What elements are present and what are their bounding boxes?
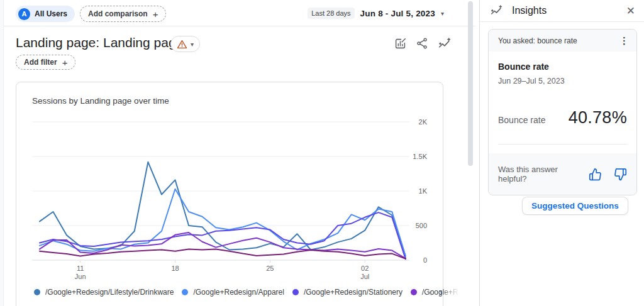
kebab-menu-icon[interactable]: ⋮ — [619, 36, 629, 45]
suggested-questions-button[interactable]: Suggested Questions — [522, 197, 628, 215]
nav-edge-strip — [0, 0, 4, 306]
thumbs-down-icon — [614, 168, 627, 181]
legend-label: /Google+Redesign/Lifestyle/Drinkware — [45, 288, 174, 297]
customize-report-button[interactable] — [392, 36, 408, 51]
legend-item[interactable]: /Google+Redesign/Stationery — [292, 288, 402, 297]
svg-text:02: 02 — [361, 265, 369, 272]
all-users-chip[interactable]: A All Users — [16, 6, 75, 22]
metric-value: 40.78% — [569, 108, 627, 128]
insight-card-header: You asked: bounce rate ⋮ — [489, 30, 636, 52]
legend-item[interactable]: /Google+Rede — [411, 288, 461, 297]
insights-panel-header: Insights ✕ — [480, 0, 644, 22]
svg-text:Jul: Jul — [360, 273, 369, 280]
legend-dot-icon — [182, 289, 188, 295]
thumbs-up-icon — [589, 168, 602, 181]
chart-line — [40, 162, 406, 258]
chart-line — [40, 189, 406, 256]
feedback-prompt: Was this answer helpful? — [498, 165, 589, 183]
svg-text:11: 11 — [77, 265, 84, 272]
all-users-label: All Users — [35, 9, 67, 18]
asked-question-label: You asked: bounce rate — [498, 36, 577, 45]
add-filter-button[interactable]: Add filter + — [16, 55, 75, 70]
legend-item[interactable]: /Google+Redesign/Apparel — [182, 288, 284, 297]
svg-text:2K: 2K — [419, 118, 428, 126]
legend-label: /Google+Rede — [422, 288, 461, 297]
answer-date-range: Jun 29–Jul 5, 2023 — [498, 77, 627, 85]
feedback-buttons — [589, 168, 627, 181]
svg-text:1K: 1K — [419, 187, 428, 195]
svg-text:18: 18 — [171, 265, 179, 272]
chart-legend: /Google+Redesign/Lifestyle/Drinkware/Goo… — [34, 286, 443, 298]
date-preset-badge: Last 28 days — [308, 8, 354, 19]
metric-row: Bounce rate 40.78% — [498, 108, 627, 128]
chart-line — [40, 232, 406, 258]
insight-card-footer: Was this answer helpful? — [489, 153, 636, 195]
report-toolbar — [392, 36, 452, 51]
svg-text:500: 500 — [416, 222, 427, 229]
svg-text:1.5K: 1.5K — [413, 153, 427, 160]
add-filter-label: Add filter — [24, 58, 57, 67]
insight-answer-card: You asked: bounce rate ⋮ Bounce rate Jun… — [488, 29, 637, 195]
chart-title: Sessions by Landing page over time — [32, 96, 169, 106]
date-range-selector[interactable]: Last 28 days Jun 8 - Jul 5, 2023 ▾ — [308, 0, 444, 26]
share-report-button[interactable] — [414, 36, 430, 51]
svg-text:25: 25 — [266, 265, 274, 272]
insight-card-body: Bounce rate Jun 29–Jul 5, 2023 Bounce ra… — [489, 52, 636, 145]
chevron-down-icon: ▾ — [191, 41, 194, 48]
legend-dot-icon — [411, 289, 417, 295]
divider — [498, 144, 627, 145]
legend-label: /Google+Redesign/Stationery — [304, 288, 402, 297]
thumbs-down-button[interactable] — [614, 168, 627, 181]
chevron-down-icon: ▾ — [441, 10, 444, 17]
report-top-bar: A All Users Add comparison + Last 28 day… — [4, 0, 475, 26]
insights-panel-button[interactable] — [436, 36, 452, 51]
insights-sparkline-icon — [438, 37, 451, 50]
legend-item[interactable]: /Google+Redesign/Lifestyle/Drinkware — [34, 288, 174, 297]
plus-icon: + — [62, 58, 68, 67]
edit-chart-icon — [394, 37, 407, 50]
legend-label: /Google+Redesign/Apparel — [193, 288, 284, 297]
metric-label: Bounce rate — [498, 115, 546, 125]
chart-line — [40, 212, 406, 259]
svg-text:0: 0 — [423, 256, 427, 264]
legend-dot-icon — [34, 289, 40, 295]
sessions-line-chart: 05001K1.5K2K11Jun182502Jul — [16, 82, 444, 299]
legend-dot-icon — [292, 289, 299, 295]
insights-title: Insights — [512, 5, 547, 16]
main-scrollbar-thumb[interactable] — [468, 1, 473, 166]
plus-icon: + — [153, 9, 158, 19]
chart-line — [40, 249, 406, 258]
page-title: Landing page: Landing page — [16, 35, 183, 50]
thumbs-up-button[interactable] — [589, 168, 602, 181]
insights-panel: Insights ✕ You asked: bounce rate ⋮ Boun… — [479, 0, 644, 306]
date-range-text: Jun 8 - Jul 5, 2023 — [360, 9, 435, 18]
add-comparison-label: Add comparison — [88, 9, 148, 18]
share-icon — [416, 37, 428, 50]
insights-sparkline-icon — [490, 4, 502, 17]
svg-text:Jun: Jun — [75, 273, 86, 280]
sessions-chart-card: Sessions by Landing page over time 05001… — [16, 82, 443, 306]
answer-title: Bounce rate — [498, 62, 627, 72]
audience-avatar: A — [18, 8, 30, 20]
data-quality-warning-button[interactable]: ▾ — [170, 36, 200, 52]
add-comparison-button[interactable]: Add comparison + — [80, 6, 166, 22]
warning-icon — [177, 40, 187, 49]
chart-legend-items: /Google+Redesign/Lifestyle/Drinkware/Goo… — [34, 288, 420, 297]
close-icon[interactable]: ✕ — [626, 4, 635, 18]
